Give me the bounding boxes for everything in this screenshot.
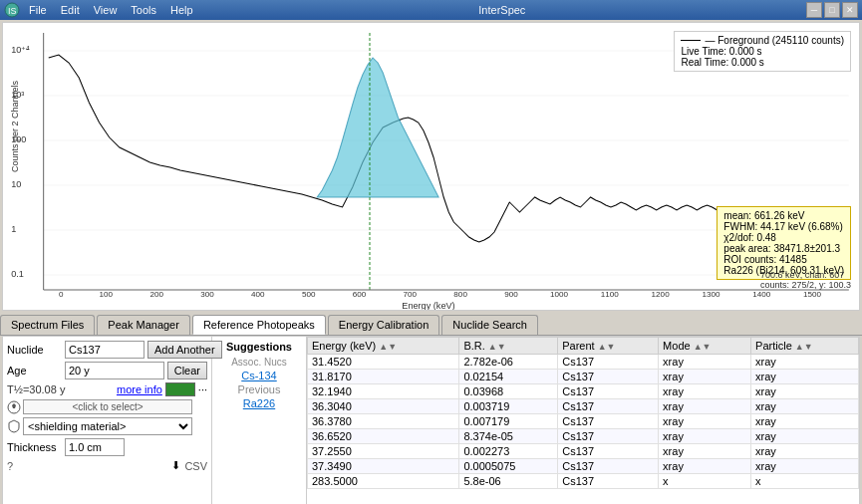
table-cell: 31.8170 — [308, 370, 459, 384]
previous-label: Previous — [216, 383, 302, 395]
data-panel: Energy (keV) ▲▼ B.R. ▲▼ Parent ▲▼ Mode ▲… — [307, 337, 859, 504]
halflife-row: T½=30.08 y more info ··· — [7, 382, 207, 396]
tab-energy-calibration[interactable]: Energy Calibration — [328, 315, 440, 335]
close-button[interactable]: ✕ — [842, 2, 858, 18]
thickness-input[interactable] — [65, 438, 125, 456]
menu-view[interactable]: View — [89, 1, 123, 19]
age-row: Age Clear — [7, 362, 207, 379]
left-sidebar: Nuclide Add Another Age Clear T½=30.08 y… — [3, 337, 212, 504]
thickness-row: Thickness — [7, 438, 207, 456]
age-input[interactable] — [65, 362, 164, 379]
col-energy[interactable]: Energy (keV) ▲▼ — [308, 338, 459, 355]
table-cell: xray — [659, 384, 751, 399]
menu-help[interactable]: Help — [165, 1, 198, 19]
tab-nuclide-search[interactable]: Nuclide Search — [441, 315, 538, 335]
stat-mean: mean: 661.26 keV — [723, 210, 844, 221]
csv-link[interactable]: CSV — [184, 460, 207, 472]
table-cell: xray — [659, 444, 751, 459]
suggestions-label: Suggestions — [216, 341, 302, 353]
table-cell: 5.8e-06 — [459, 474, 558, 489]
col-parent[interactable]: Parent ▲▼ — [558, 338, 659, 355]
table-cell: Cs137 — [558, 399, 659, 414]
table-cell: xray — [751, 355, 859, 370]
window-title: InterSpec — [198, 4, 806, 16]
detector-select[interactable]: <click to select> — [23, 399, 192, 414]
tab-spectrum-files[interactable]: Spectrum Files — [0, 315, 95, 335]
table-row: 32.19400.03968Cs137xrayxray — [308, 384, 859, 399]
cs134-link[interactable]: Cs-134 — [216, 370, 302, 381]
col-mode[interactable]: Mode ▲▼ — [659, 338, 751, 355]
svg-text:600: 600 — [353, 290, 367, 299]
table-cell: x — [751, 474, 859, 489]
svg-text:1: 1 — [11, 224, 16, 234]
maximize-button[interactable]: □ — [824, 2, 840, 18]
title-bar: IS File Edit View Tools Help InterSpec ─… — [0, 0, 862, 20]
table-cell: 36.3040 — [308, 399, 459, 414]
suggestions-panel: Suggestions Assoc. Nucs Cs-134 Previous … — [212, 337, 307, 504]
shielding-select[interactable]: <shielding material> — [23, 417, 192, 435]
clear-button[interactable]: Clear — [167, 362, 207, 379]
tab-reference-photopeaks[interactable]: Reference Photopeaks — [192, 315, 326, 335]
menu-edit[interactable]: Edit — [56, 1, 85, 19]
menu-tools[interactable]: Tools — [126, 1, 161, 19]
nuclide-color-box[interactable] — [165, 382, 195, 396]
tab-bar: Spectrum Files Peak Manager Reference Ph… — [0, 313, 862, 336]
download-icon[interactable]: ⬇ — [171, 459, 180, 472]
table-row: 36.65208.374e-05Cs137xrayxray — [308, 429, 859, 444]
table-cell: x — [659, 474, 751, 489]
svg-text:1300: 1300 — [702, 290, 720, 299]
table-row: 283.50005.8e-06Cs137xx — [308, 474, 859, 489]
svg-text:900: 900 — [504, 290, 518, 299]
table-cell: Cs137 — [558, 444, 659, 459]
stats-box: mean: 661.26 keV FWHM: 44.17 keV (6.68%)… — [717, 206, 851, 280]
table-cell: 36.3780 — [308, 414, 459, 429]
table-row: 36.37800.007179Cs137xrayxray — [308, 414, 859, 429]
table-cell: Cs137 — [558, 459, 659, 474]
options-dots[interactable]: ··· — [198, 383, 207, 395]
table-cell: xray — [751, 399, 859, 414]
table-cell: 0.003719 — [459, 399, 558, 414]
table-cell: xray — [751, 459, 859, 474]
nuclide-input[interactable] — [65, 341, 144, 359]
table-cell: Cs137 — [558, 474, 659, 489]
svg-text:300: 300 — [200, 290, 214, 299]
table-cell: 0.0005075 — [459, 459, 558, 474]
table-cell: 31.4520 — [308, 355, 459, 370]
table-row: 36.30400.003719Cs137xrayxray — [308, 399, 859, 414]
table-row: 31.45202.782e-06Cs137xrayxray — [308, 355, 859, 370]
help-icon[interactable]: ? — [7, 460, 13, 472]
menu-file[interactable]: File — [24, 1, 52, 19]
app-icon: IS — [4, 2, 20, 18]
minimize-button[interactable]: ─ — [806, 2, 822, 18]
svg-text:10⁺⁴: 10⁺⁴ — [11, 45, 30, 55]
svg-text:Counts per 2 Channels: Counts per 2 Channels — [10, 81, 20, 172]
table-cell: 37.2550 — [308, 444, 459, 459]
table-cell: xray — [751, 414, 859, 429]
window-controls[interactable]: ─ □ ✕ — [806, 2, 858, 18]
table-cell: xray — [659, 355, 751, 370]
stat-roi-counts: ROI counts: 41485 — [723, 254, 844, 265]
table-row: 37.34900.0005075Cs137xrayxray — [308, 459, 859, 474]
legend-foreground: — Foreground (245110 counts) — [705, 35, 844, 46]
svg-text:1400: 1400 — [752, 290, 771, 299]
svg-text:100: 100 — [100, 290, 114, 299]
shielding-row: <shielding material> — [7, 417, 207, 435]
svg-text:0.1: 0.1 — [11, 269, 24, 279]
col-particle[interactable]: Particle ▲▼ — [751, 338, 859, 355]
table-cell: 0.02154 — [459, 370, 558, 384]
tab-peak-manager[interactable]: Peak Manager — [97, 315, 190, 335]
table-row: 37.25500.002273Cs137xrayxray — [308, 444, 859, 459]
bottom-icons: ? ⬇ CSV — [7, 459, 207, 472]
table-cell: xray — [751, 370, 859, 384]
add-another-button[interactable]: Add Another — [147, 341, 222, 359]
table-wrapper[interactable]: Energy (keV) ▲▼ B.R. ▲▼ Parent ▲▼ Mode ▲… — [307, 337, 859, 504]
shield-icon — [7, 419, 21, 433]
ra226-link[interactable]: Ra226 — [216, 397, 302, 409]
legend-dash — [681, 40, 701, 41]
table-cell: xray — [659, 429, 751, 444]
table-cell: xray — [659, 459, 751, 474]
col-br[interactable]: B.R. ▲▼ — [459, 338, 558, 355]
more-info-link[interactable]: more info — [117, 383, 162, 395]
svg-text:1100: 1100 — [601, 290, 620, 299]
table-cell: 8.374e-05 — [459, 429, 558, 444]
